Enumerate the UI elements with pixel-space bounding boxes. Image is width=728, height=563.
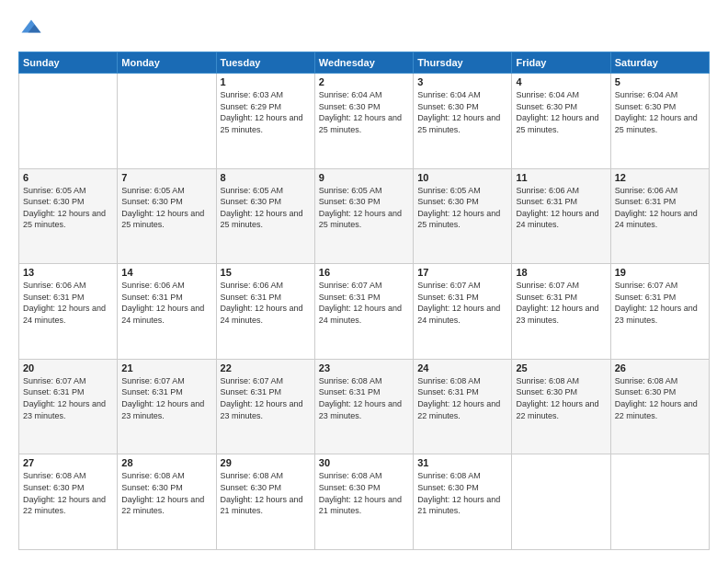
day-number: 26 [615,362,705,373]
day-number: 21 [121,362,211,373]
day-info: Sunrise: 6:04 AM Sunset: 6:30 PM Dayligh… [319,89,409,135]
week-row-0: 1Sunrise: 6:03 AM Sunset: 6:29 PM Daylig… [19,74,710,169]
calendar-cell: 16Sunrise: 6:07 AM Sunset: 6:31 PM Dayli… [314,264,413,360]
day-number: 30 [319,457,409,468]
calendar-cell [19,74,118,169]
calendar-cell: 8Sunrise: 6:05 AM Sunset: 6:30 PM Daylig… [216,168,314,264]
day-info: Sunrise: 6:08 AM Sunset: 6:30 PM Dayligh… [23,470,113,516]
week-row-1: 6Sunrise: 6:05 AM Sunset: 6:30 PM Daylig… [19,168,710,264]
day-number: 27 [23,457,113,468]
calendar-cell: 19Sunrise: 6:07 AM Sunset: 6:31 PM Dayli… [610,264,709,360]
day-number: 2 [319,76,409,87]
day-info: Sunrise: 6:06 AM Sunset: 6:31 PM Dayligh… [23,280,113,326]
day-info: Sunrise: 6:08 AM Sunset: 6:31 PM Dayligh… [319,375,409,421]
day-info: Sunrise: 6:07 AM Sunset: 6:31 PM Dayligh… [23,375,113,421]
calendar-cell: 4Sunrise: 6:04 AM Sunset: 6:30 PM Daylig… [512,74,610,169]
calendar-cell: 9Sunrise: 6:05 AM Sunset: 6:30 PM Daylig… [314,168,413,264]
day-info: Sunrise: 6:07 AM Sunset: 6:31 PM Dayligh… [417,280,507,326]
calendar-cell: 11Sunrise: 6:06 AM Sunset: 6:31 PM Dayli… [512,168,610,264]
day-number: 22 [221,362,311,373]
calendar-cell: 14Sunrise: 6:06 AM Sunset: 6:31 PM Dayli… [118,264,216,360]
page: SundayMondayTuesdayWednesdayThursdayFrid… [0,0,728,563]
day-info: Sunrise: 6:05 AM Sunset: 6:30 PM Dayligh… [417,185,507,231]
calendar-cell [512,454,610,550]
weekday-header-row: SundayMondayTuesdayWednesdayThursdayFrid… [19,52,710,74]
weekday-header-wednesday: Wednesday [314,52,413,74]
day-number: 13 [23,267,113,278]
calendar-cell: 1Sunrise: 6:03 AM Sunset: 6:29 PM Daylig… [216,74,314,169]
day-number: 25 [516,362,606,373]
day-number: 1 [221,76,311,87]
day-number: 12 [615,172,705,183]
day-number: 5 [615,76,705,87]
day-number: 16 [319,267,409,278]
day-info: Sunrise: 6:08 AM Sunset: 6:30 PM Dayligh… [516,375,606,421]
day-info: Sunrise: 6:04 AM Sunset: 6:30 PM Dayligh… [516,89,606,135]
weekday-header-monday: Monday [118,52,216,74]
calendar-cell: 23Sunrise: 6:08 AM Sunset: 6:31 PM Dayli… [314,359,413,454]
day-number: 18 [516,267,606,278]
weekday-header-sunday: Sunday [19,52,118,74]
day-info: Sunrise: 6:04 AM Sunset: 6:30 PM Dayligh… [615,89,705,135]
day-info: Sunrise: 6:08 AM Sunset: 6:31 PM Dayligh… [417,375,507,421]
day-info: Sunrise: 6:05 AM Sunset: 6:30 PM Dayligh… [23,185,113,231]
day-info: Sunrise: 6:06 AM Sunset: 6:31 PM Dayligh… [121,280,211,326]
calendar-cell: 20Sunrise: 6:07 AM Sunset: 6:31 PM Dayli… [19,359,118,454]
calendar-cell: 24Sunrise: 6:08 AM Sunset: 6:31 PM Dayli… [414,359,512,454]
day-info: Sunrise: 6:08 AM Sunset: 6:30 PM Dayligh… [319,470,409,516]
day-number: 23 [319,362,409,373]
day-info: Sunrise: 6:07 AM Sunset: 6:31 PM Dayligh… [319,280,409,326]
weekday-header-tuesday: Tuesday [216,52,314,74]
calendar-cell: 30Sunrise: 6:08 AM Sunset: 6:30 PM Dayli… [314,454,413,550]
day-info: Sunrise: 6:04 AM Sunset: 6:30 PM Dayligh… [417,89,507,135]
calendar-cell: 13Sunrise: 6:06 AM Sunset: 6:31 PM Dayli… [19,264,118,360]
header [18,17,710,42]
day-number: 6 [23,172,113,183]
calendar-cell: 2Sunrise: 6:04 AM Sunset: 6:30 PM Daylig… [314,74,413,169]
day-number: 11 [516,172,606,183]
day-info: Sunrise: 6:07 AM Sunset: 6:31 PM Dayligh… [615,280,705,326]
day-number: 10 [417,172,507,183]
day-info: Sunrise: 6:03 AM Sunset: 6:29 PM Dayligh… [221,89,311,135]
day-info: Sunrise: 6:06 AM Sunset: 6:31 PM Dayligh… [615,185,705,231]
day-info: Sunrise: 6:08 AM Sunset: 6:30 PM Dayligh… [221,470,311,516]
day-number: 19 [615,267,705,278]
day-number: 3 [417,76,507,87]
week-row-4: 27Sunrise: 6:08 AM Sunset: 6:30 PM Dayli… [19,454,710,550]
weekday-header-friday: Friday [512,52,610,74]
day-number: 24 [417,362,507,373]
day-info: Sunrise: 6:06 AM Sunset: 6:31 PM Dayligh… [516,185,606,231]
day-info: Sunrise: 6:07 AM Sunset: 6:31 PM Dayligh… [221,375,311,421]
logo [18,17,48,42]
day-info: Sunrise: 6:08 AM Sunset: 6:30 PM Dayligh… [417,470,507,516]
day-number: 20 [23,362,113,373]
calendar-cell [610,454,709,550]
day-number: 8 [221,172,311,183]
calendar-cell: 26Sunrise: 6:08 AM Sunset: 6:30 PM Dayli… [610,359,709,454]
calendar-cell: 10Sunrise: 6:05 AM Sunset: 6:30 PM Dayli… [414,168,512,264]
calendar-cell: 15Sunrise: 6:06 AM Sunset: 6:31 PM Dayli… [216,264,314,360]
calendar-cell: 3Sunrise: 6:04 AM Sunset: 6:30 PM Daylig… [414,74,512,169]
calendar-cell: 5Sunrise: 6:04 AM Sunset: 6:30 PM Daylig… [610,74,709,169]
weekday-header-thursday: Thursday [414,52,512,74]
day-number: 7 [121,172,211,183]
day-info: Sunrise: 6:08 AM Sunset: 6:30 PM Dayligh… [615,375,705,421]
week-row-3: 20Sunrise: 6:07 AM Sunset: 6:31 PM Dayli… [19,359,710,454]
calendar-cell: 18Sunrise: 6:07 AM Sunset: 6:31 PM Dayli… [512,264,610,360]
day-number: 15 [221,267,311,278]
day-number: 4 [516,76,606,87]
calendar-cell: 28Sunrise: 6:08 AM Sunset: 6:30 PM Dayli… [118,454,216,550]
day-number: 17 [417,267,507,278]
day-number: 14 [121,267,211,278]
calendar-cell [118,74,216,169]
calendar-cell: 25Sunrise: 6:08 AM Sunset: 6:30 PM Dayli… [512,359,610,454]
day-number: 31 [417,457,507,468]
calendar-cell: 27Sunrise: 6:08 AM Sunset: 6:30 PM Dayli… [19,454,118,550]
week-row-2: 13Sunrise: 6:06 AM Sunset: 6:31 PM Dayli… [19,264,710,360]
day-info: Sunrise: 6:07 AM Sunset: 6:31 PM Dayligh… [121,375,211,421]
calendar-cell: 22Sunrise: 6:07 AM Sunset: 6:31 PM Dayli… [216,359,314,454]
day-number: 29 [221,457,311,468]
logo-icon [18,17,44,42]
calendar-cell: 21Sunrise: 6:07 AM Sunset: 6:31 PM Dayli… [118,359,216,454]
day-number: 28 [121,457,211,468]
